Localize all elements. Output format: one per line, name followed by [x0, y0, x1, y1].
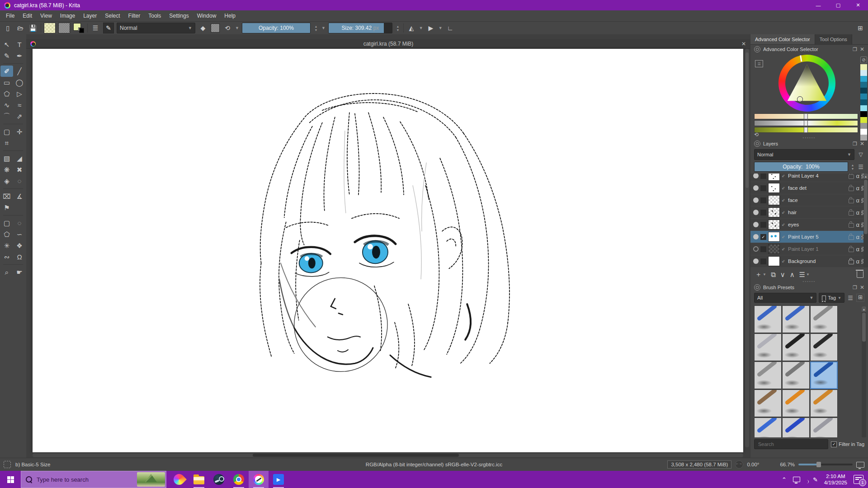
shade-bar[interactable] [754, 120, 858, 126]
color-history-swatch[interactable] [860, 76, 867, 82]
brush-preset-icon[interactable]: ✎ [103, 23, 114, 33]
reload-preset-icon[interactable]: ⟲ [222, 23, 232, 33]
tool-smart-patch[interactable]: ✖ [13, 164, 26, 175]
preset-scrollbar[interactable]: ▲ [862, 306, 866, 437]
tool-similar-select[interactable]: ❖ [13, 240, 26, 251]
tool-calligraphy[interactable]: ✒ [13, 50, 26, 61]
brush-preset-tile[interactable] [810, 418, 838, 437]
move-layer-down-button[interactable]: ∨ [780, 271, 785, 279]
add-layer-button[interactable]: ＋▼ [755, 270, 766, 279]
scroll-up-icon[interactable]: ▲ [863, 174, 868, 179]
layer-checkbox[interactable] [760, 222, 766, 228]
canvas-vertical-scrollbar[interactable] [745, 49, 749, 447]
brush-preset-tile[interactable] [810, 333, 838, 361]
foreground-background-color[interactable] [73, 23, 85, 33]
alpha-lock-icon[interactable]: α [856, 258, 859, 265]
tool-button[interactable] [0, 213, 26, 217]
menu-item[interactable]: Edit [19, 10, 36, 21]
inherit-alpha-icon[interactable]: ⇙ [782, 210, 786, 215]
tool-gradient[interactable]: ▧ [0, 153, 13, 164]
float-docker-icon[interactable]: ❐ [853, 47, 857, 52]
inherit-alpha-icon[interactable]: ⇙ [782, 247, 786, 251]
alpha-lock-icon[interactable]: α [856, 209, 859, 216]
inherit-alpha-icon[interactable]: ⇙ [782, 235, 786, 239]
app-chrome[interactable] [229, 471, 249, 488]
color-history-swatch[interactable] [860, 117, 867, 123]
eraser-mode-icon[interactable]: ◆ [198, 23, 208, 33]
lock-icon[interactable] [849, 174, 854, 179]
tool-multibrush[interactable]: ⇗ [13, 111, 26, 122]
app-krita[interactable] [249, 471, 269, 488]
brush-preset-tile[interactable] [810, 389, 838, 417]
search-highlight-image[interactable] [137, 472, 165, 487]
gradient-chooser[interactable] [44, 23, 56, 33]
layer-row[interactable]: ⇙ hair α [750, 206, 868, 219]
tool-freehand-select[interactable]: ∽ [13, 229, 26, 240]
color-history-swatch[interactable] [860, 123, 867, 129]
tool-freehand-brush[interactable]: ✐ [0, 66, 13, 77]
layer-row[interactable]: ⇙ eyes α [750, 219, 868, 231]
alpha-lock-icon[interactable]: α [856, 197, 859, 204]
tool-polygon[interactable]: ⬠ [0, 88, 13, 99]
chevron-down-icon[interactable]: ▼ [419, 26, 423, 30]
alpha-lock-icon[interactable]: α [856, 234, 859, 240]
layer-opacity-slider[interactable]: Opacity: 100% [754, 162, 848, 172]
layer-filter-icon[interactable]: ▽ [857, 151, 864, 158]
brush-preset-tile[interactable] [782, 305, 810, 333]
opacity-slider[interactable]: Opacity: 100% [242, 23, 311, 33]
color-history-swatch[interactable] [860, 135, 867, 141]
tool-measure[interactable]: ∡ [13, 191, 26, 202]
layer-row[interactable]: ⇙ face α [750, 194, 868, 206]
workspace-chooser-icon[interactable]: ⊞ [855, 23, 865, 33]
layer-checkbox[interactable] [760, 210, 766, 216]
menu-item[interactable]: Select [101, 10, 124, 21]
alpha-lock-icon[interactable]: α [856, 221, 859, 228]
tool-button[interactable] [0, 149, 26, 153]
layer-checkbox[interactable] [760, 197, 766, 203]
docker-lock-icon[interactable] [754, 46, 760, 52]
save-icon[interactable]: 💾 [28, 23, 38, 33]
visibility-eye-icon[interactable] [753, 258, 759, 264]
layer-row[interactable]: ⇙ Paint Layer 4 α [750, 174, 868, 182]
tool-rect-select[interactable]: ▢ [0, 217, 13, 229]
layer-checkbox[interactable]: ✓ [760, 234, 766, 240]
tool-pattern-edit[interactable]: ❋ [0, 164, 13, 175]
maximize-button[interactable]: ▢ [828, 0, 848, 10]
color-selector-settings-icon[interactable]: ☰ [755, 60, 763, 67]
docker-lock-icon[interactable] [754, 284, 760, 291]
color-history-swatch[interactable] [860, 99, 867, 105]
alpha-lock-icon[interactable]: α [856, 174, 859, 179]
menu-item[interactable]: Settings [165, 10, 193, 21]
canvas-horizontal-scrollbar[interactable] [33, 453, 743, 457]
layer-row[interactable]: ⇙ face det α [750, 182, 868, 194]
tool-enclose-fill[interactable]: ◌ [13, 175, 26, 187]
menu-item[interactable]: Image [56, 10, 79, 21]
new-document-icon[interactable]: ▯ [3, 23, 13, 33]
tool-magnetic-select[interactable]: Ω [13, 251, 26, 263]
tool-fill[interactable]: ◈ [0, 175, 13, 187]
refresh-icon[interactable]: ⟲ [754, 131, 759, 138]
mirror-vertical-icon[interactable]: ▶ [426, 23, 436, 33]
layer-menu-icon[interactable]: ☰ [857, 164, 864, 170]
visibility-eye-icon[interactable] [753, 197, 759, 203]
start-button[interactable] [0, 471, 21, 488]
docker-tab[interactable]: Advanced Color Selector [750, 34, 815, 44]
search-input[interactable] [757, 441, 825, 447]
document-close-icon[interactable]: ✕ [741, 41, 746, 47]
layer-checkbox[interactable] [760, 185, 766, 191]
tool-zoom[interactable]: ⌕ [0, 267, 13, 278]
alpha-lock-icon[interactable]: α [856, 246, 859, 253]
brush-preset-tile[interactable] [782, 389, 810, 417]
lock-icon[interactable] [849, 260, 854, 264]
brush-settings-icon[interactable]: ☰ [90, 23, 100, 33]
brush-preset-tile[interactable] [782, 418, 810, 437]
pen-icon[interactable]: ✎ [813, 476, 818, 483]
layer-opacity-spinner[interactable]: ▲▼ [850, 164, 855, 170]
taskbar-search-input[interactable] [36, 476, 128, 483]
lock-icon[interactable] [849, 187, 854, 191]
color-history-swatch[interactable] [860, 94, 867, 99]
docker-splitter[interactable]: •••••• [750, 136, 868, 139]
color-history-swatch[interactable] [860, 70, 867, 76]
tag-button[interactable]: Tag ▼ [819, 293, 844, 303]
color-history-swatch[interactable] [860, 82, 867, 88]
